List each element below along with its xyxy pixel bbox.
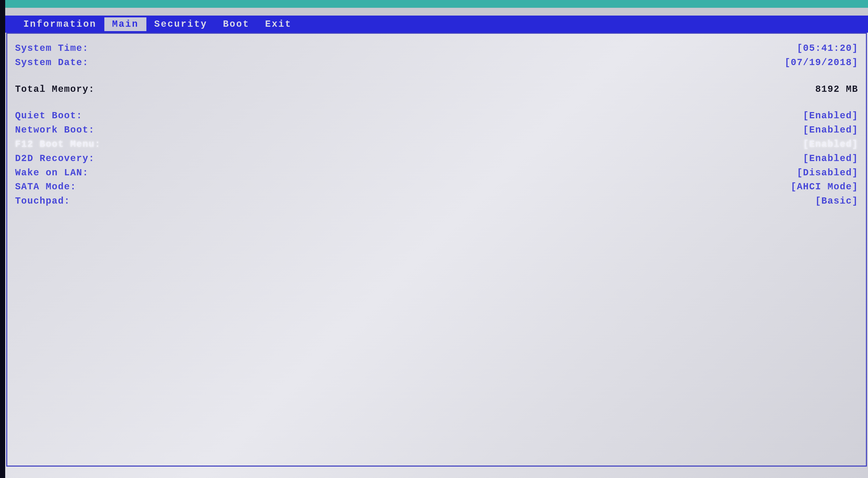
value-d2d-recovery[interactable]: [Enabled] (803, 153, 858, 165)
row-system-time[interactable]: System Time: [05:41:20] (12, 41, 861, 56)
value-f12-boot-menu[interactable]: [Enabled] (803, 138, 858, 151)
label-quiet-boot: Quiet Boot: (15, 110, 83, 122)
label-total-memory: Total Memory: (15, 83, 95, 96)
nav-tab-security[interactable]: Security (146, 18, 215, 31)
spacer (12, 97, 861, 109)
label-system-date: System Date: (15, 57, 89, 69)
value-system-date[interactable]: [07/19/2018] (785, 57, 858, 69)
row-f12-boot-menu[interactable]: F12 Boot Menu: [Enabled] (12, 137, 861, 152)
label-system-time: System Time: (15, 42, 89, 55)
row-d2d-recovery[interactable]: D2D Recovery: [Enabled] (12, 152, 861, 166)
label-f12-boot-menu: F12 Boot Menu: (15, 138, 101, 151)
row-touchpad[interactable]: Touchpad: [Basic] (12, 194, 861, 208)
bios-screen: Insy Information Main Security Boot Exit… (0, 0, 868, 478)
vendor-label: Insy (841, 0, 868, 1)
nav-tab-main[interactable]: Main (104, 18, 146, 31)
spacer (12, 70, 861, 82)
row-total-memory: Total Memory: 8192 MB (12, 82, 861, 97)
value-touchpad[interactable]: [Basic] (815, 195, 858, 207)
label-wake-on-lan: Wake on LAN: (15, 167, 89, 179)
value-wake-on-lan[interactable]: [Disabled] (797, 167, 858, 179)
nav-tab-boot[interactable]: Boot (215, 18, 257, 31)
top-gap: Insy (5, 8, 868, 15)
label-d2d-recovery: D2D Recovery: (15, 153, 95, 165)
row-sata-mode[interactable]: SATA Mode: [AHCI Mode] (12, 180, 861, 194)
value-system-time[interactable]: [05:41:20] (797, 42, 858, 55)
top-border (5, 0, 868, 8)
label-touchpad: Touchpad: (15, 195, 70, 207)
label-sata-mode: SATA Mode: (15, 181, 76, 193)
row-wake-on-lan[interactable]: Wake on LAN: [Disabled] (12, 166, 861, 180)
value-total-memory: 8192 MB (815, 83, 858, 96)
content-frame: System Time: [05:41:20] System Date: [07… (6, 33, 867, 467)
row-network-boot[interactable]: Network Boot: [Enabled] (12, 123, 861, 137)
label-network-boot: Network Boot: (15, 124, 95, 136)
nav-tab-exit[interactable]: Exit (257, 18, 299, 31)
nav-tab-information[interactable]: Information (16, 18, 104, 31)
value-sata-mode[interactable]: [AHCI Mode] (790, 181, 858, 193)
value-network-boot[interactable]: [Enabled] (803, 124, 858, 136)
nav-bar: Information Main Security Boot Exit (5, 15, 868, 33)
row-quiet-boot[interactable]: Quiet Boot: [Enabled] (12, 109, 861, 123)
value-quiet-boot[interactable]: [Enabled] (803, 110, 858, 122)
row-system-date[interactable]: System Date: [07/19/2018] (12, 56, 861, 70)
